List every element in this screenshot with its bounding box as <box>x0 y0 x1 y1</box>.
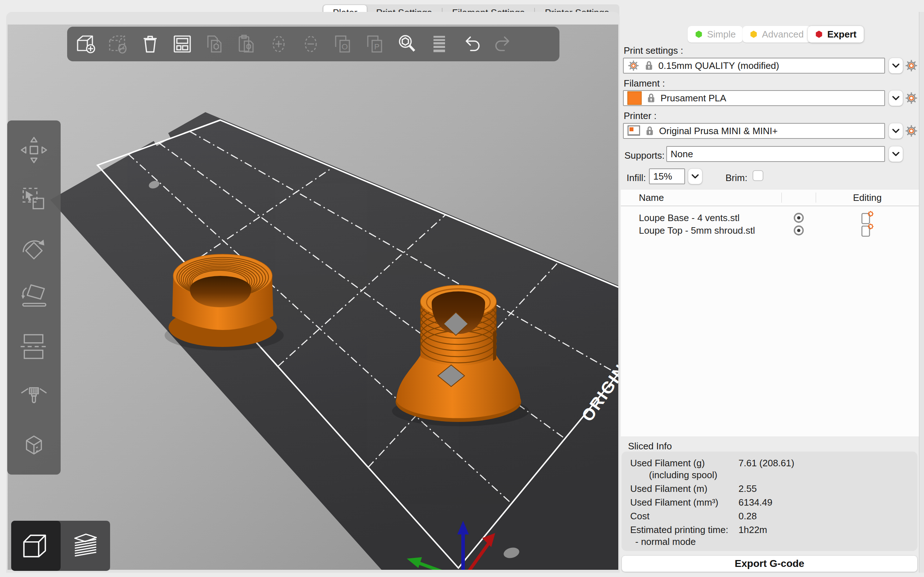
si-value: 0.28 <box>738 510 918 522</box>
cut-tool-icon[interactable] <box>18 331 50 362</box>
supports-dropdown-button[interactable] <box>888 146 903 162</box>
brim-checkbox[interactable] <box>753 170 763 181</box>
print-settings-label: Print settings : <box>624 45 683 56</box>
si-sublabel: (including spool) <box>630 469 738 481</box>
move-tool-icon[interactable] <box>18 134 50 166</box>
arrange-icon[interactable] <box>171 32 194 56</box>
svg-text:P: P <box>374 42 380 51</box>
delete-all-icon[interactable] <box>139 32 162 56</box>
redo-icon[interactable] <box>492 32 515 56</box>
filament-color-swatch <box>627 91 642 105</box>
mode-advanced-button[interactable]: Advanced <box>743 26 811 43</box>
3d-viewport[interactable]: ORIGIN <box>8 24 618 570</box>
edit-object-icon[interactable] <box>861 211 874 225</box>
rotate-tool-icon[interactable] <box>18 233 50 264</box>
print-settings-value: 0.15mm QUALITY (modified) <box>658 60 779 71</box>
si-label: Estimated printing time: <box>630 524 738 536</box>
filament-value: Prusament PLA <box>661 93 726 104</box>
filament-combo[interactable]: Prusament PLA <box>623 90 885 106</box>
printer-combo[interactable]: Original Prusa MINI & MINI+ <box>623 123 885 139</box>
infill-value: 15% <box>653 171 672 182</box>
seam-painting-tool-icon[interactable] <box>18 429 50 461</box>
column-separator <box>816 193 816 203</box>
place-on-face-tool-icon[interactable] <box>18 282 50 313</box>
si-value: 7.61 (208.61) <box>738 457 918 469</box>
print-settings-combo[interactable]: 0.15mm QUALITY (modified) <box>623 58 885 74</box>
filament-gear-button[interactable] <box>905 91 918 105</box>
printer-dropdown-button[interactable] <box>888 123 903 139</box>
add-instance-icon[interactable] <box>267 32 290 56</box>
printer-icon <box>627 125 640 137</box>
lock-icon <box>645 126 654 136</box>
column-header-editing[interactable]: Editing <box>816 192 919 203</box>
scale-tool-icon[interactable] <box>18 184 50 214</box>
printer-label: Printer : <box>624 110 657 121</box>
eye-visible-icon[interactable] <box>793 212 805 224</box>
paste-icon[interactable] <box>235 32 258 56</box>
split-to-objects-icon[interactable]: O <box>331 32 354 56</box>
mode-simple-button[interactable]: Simple <box>688 26 743 43</box>
remove-instance-icon[interactable] <box>299 32 322 56</box>
svg-text:O: O <box>341 42 347 51</box>
supports-label: Supports: <box>624 150 664 161</box>
column-header-name[interactable]: Name <box>621 192 782 203</box>
variable-layer-height-icon[interactable] <box>428 32 451 56</box>
chevron-down-icon <box>892 152 900 156</box>
print-settings-gear-button[interactable] <box>905 59 918 73</box>
vent-slit <box>493 330 496 361</box>
gear-icon <box>627 60 640 72</box>
expert-mode-hexagon-icon <box>815 30 823 39</box>
layers-icon <box>69 529 102 562</box>
split-to-parts-icon[interactable]: P <box>363 32 386 56</box>
sliced-info-row: Used Filament (mm³) 6134.49 <box>630 496 918 508</box>
object-row-loupe-base[interactable]: Loupe Base - 4 vents.stl <box>621 211 919 223</box>
si-label: Used Filament (m) <box>630 483 738 495</box>
preview-layers-button[interactable] <box>61 521 110 571</box>
paint-on-supports-tool-icon[interactable] <box>18 380 50 411</box>
print-settings-dropdown-button[interactable] <box>888 58 903 74</box>
mode-expert-button[interactable]: Expert <box>808 26 864 43</box>
si-label: Cost <box>630 510 738 522</box>
add-model-icon[interactable] <box>74 32 97 56</box>
model-loupe-base[interactable] <box>165 254 284 351</box>
gizmo-toolbar <box>7 121 61 475</box>
undo-icon[interactable] <box>460 32 483 56</box>
object-name[interactable]: Loupe Top - 5mm shroud.stl <box>621 225 782 236</box>
object-list: Name Editing Loupe Base - 4 vents.stl Lo… <box>621 190 919 436</box>
si-value: 6134.49 <box>738 496 918 508</box>
panel-scrollbar-track[interactable] <box>919 12 924 573</box>
infill-combo[interactable]: 15% <box>649 168 685 184</box>
chevron-down-icon <box>892 128 900 134</box>
view-mode-switcher <box>11 521 110 571</box>
chevron-down-icon <box>892 95 900 101</box>
edit-object-icon[interactable] <box>861 223 874 238</box>
lock-icon <box>645 60 653 71</box>
supports-value: None <box>670 148 693 160</box>
mode-simple-label: Simple <box>707 29 736 40</box>
si-label: Used Filament (mm³) <box>630 496 738 508</box>
object-list-header: Name Editing <box>621 190 919 206</box>
cube-icon <box>19 529 53 562</box>
si-label: Used Filament (g) <box>630 457 738 469</box>
infill-dropdown-button[interactable] <box>688 168 703 184</box>
delete-model-icon[interactable] <box>107 32 129 56</box>
sliced-info-row: Used Filament (g)(including spool) 7.61 … <box>630 457 918 481</box>
sliced-info-row: Cost 0.28 <box>630 510 918 522</box>
lock-icon <box>647 93 656 103</box>
3d-editor-view-button[interactable] <box>11 521 61 571</box>
printer-gear-button[interactable] <box>905 124 918 138</box>
object-row-loupe-top[interactable]: Loupe Top - 5mm shroud.stl <box>621 223 919 236</box>
sliced-info-row: Used Filament (m) 2.55 <box>630 483 918 495</box>
eye-visible-icon[interactable] <box>793 224 805 237</box>
copy-icon[interactable] <box>203 32 226 56</box>
plater-toolbar: O P <box>67 27 559 61</box>
supports-combo[interactable]: None <box>666 146 885 162</box>
printer-value: Original Prusa MINI & MINI+ <box>659 126 778 137</box>
chevron-down-icon <box>892 63 900 68</box>
object-name[interactable]: Loupe Base - 4 vents.stl <box>621 213 782 224</box>
search-icon[interactable] <box>396 32 419 56</box>
mode-expert-label: Expert <box>827 29 856 40</box>
filament-dropdown-button[interactable] <box>888 90 903 106</box>
export-gcode-button[interactable]: Export G-code <box>622 555 918 572</box>
chevron-down-icon <box>691 174 699 179</box>
